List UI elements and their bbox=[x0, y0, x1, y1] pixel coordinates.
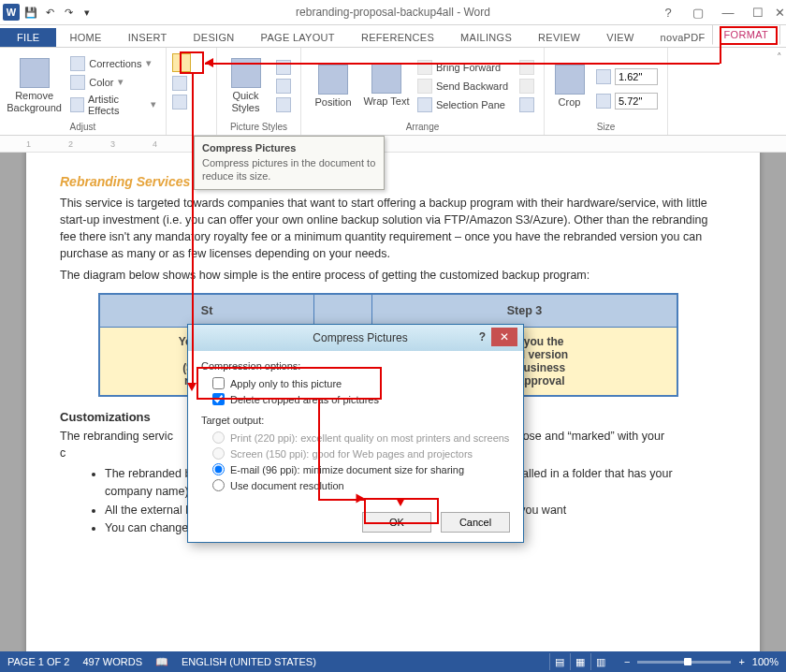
doc-para-2: The diagram below shows how simple is th… bbox=[60, 267, 717, 284]
zoom-in-icon[interactable]: + bbox=[738, 656, 744, 667]
layout-icon bbox=[276, 97, 291, 112]
dialog-compress-pictures: Compress Pictures ? ✕ Compression option… bbox=[187, 324, 524, 543]
radio-screen: Screen (150 ppi): good for Web pages and… bbox=[201, 446, 510, 461]
status-proofing-icon[interactable]: 📖 bbox=[155, 656, 168, 668]
width-input[interactable] bbox=[615, 93, 658, 110]
dialog-titlebar[interactable]: Compress Pictures ? ✕ bbox=[188, 325, 523, 351]
titlebar: W 💾 ↶ ↷ ▾ rebranding-proposal-backup4all… bbox=[0, 0, 786, 25]
ribbon-tabs: FILE HOME INSERT DESIGN PAGE LAYOUT REFE… bbox=[0, 25, 786, 48]
picture-effects-button[interactable] bbox=[272, 78, 295, 95]
view-web-icon[interactable]: ▥ bbox=[590, 653, 611, 670]
radio-print: Print (220 ppi): excellent quality on mo… bbox=[201, 430, 510, 446]
minimize-icon[interactable]: — bbox=[713, 0, 743, 25]
bring-forward-button: Bring Forward bbox=[414, 59, 512, 76]
checkbox-apply-only[interactable]: Apply only to this picture bbox=[201, 375, 510, 391]
wrap-text-button[interactable]: Wrap Text bbox=[363, 51, 410, 120]
tab-page-layout[interactable]: PAGE LAYOUT bbox=[248, 28, 348, 47]
tooltip-compress-pictures: Compress Pictures Compress pictures in t… bbox=[194, 136, 385, 190]
height-input[interactable] bbox=[615, 68, 658, 85]
view-print-icon[interactable]: ▦ bbox=[570, 653, 590, 670]
group-adjust-label: Adjust bbox=[6, 120, 160, 133]
effects-icon bbox=[276, 79, 291, 94]
qat-customize-icon[interactable]: ▾ bbox=[78, 3, 96, 22]
compress-pictures-button[interactable] bbox=[172, 53, 191, 72]
ribbon-display-icon[interactable]: ▢ bbox=[683, 0, 713, 25]
tooltip-body: Compress pictures in the document to red… bbox=[202, 156, 376, 183]
doc-heading-1: Rebranding Services bbox=[60, 174, 717, 189]
dialog-help-icon[interactable]: ? bbox=[479, 330, 486, 343]
radio-email[interactable]: E-mail (96 ppi): minimize document size … bbox=[201, 461, 510, 477]
status-words[interactable]: 497 WORDS bbox=[82, 656, 142, 667]
height-icon bbox=[596, 69, 611, 84]
rotate-button[interactable] bbox=[516, 96, 538, 113]
align-button bbox=[516, 59, 538, 76]
tab-home[interactable]: HOME bbox=[56, 28, 114, 47]
tab-review[interactable]: REVIEW bbox=[525, 28, 593, 47]
position-button[interactable]: Position bbox=[307, 51, 359, 120]
tab-insert[interactable]: INSERT bbox=[115, 28, 181, 47]
artistic-effects-button[interactable]: Artistic Effects▾ bbox=[66, 93, 160, 117]
width-field-row bbox=[592, 92, 662, 110]
window-close-icon[interactable]: ✕ bbox=[773, 0, 786, 25]
tab-mailings[interactable]: MAILINGS bbox=[447, 28, 525, 47]
tooltip-title: Compress Pictures bbox=[202, 142, 376, 153]
help-icon[interactable]: ? bbox=[653, 0, 683, 25]
color-icon bbox=[70, 75, 85, 90]
dialog-close-icon[interactable]: ✕ bbox=[491, 328, 517, 346]
wrap-icon bbox=[371, 64, 401, 94]
crop-button[interactable]: Crop bbox=[550, 51, 589, 120]
maximize-icon[interactable]: ☐ bbox=[743, 0, 773, 25]
send-backward-icon bbox=[417, 79, 432, 94]
group-arrange-label: Arrange bbox=[307, 120, 538, 133]
group-size-label: Size bbox=[550, 120, 662, 133]
change-picture-button[interactable] bbox=[172, 76, 187, 91]
quick-styles-button[interactable]: Quick Styles bbox=[223, 51, 269, 120]
checkbox-delete-cropped[interactable]: Delete cropped areas of pictures bbox=[201, 391, 510, 407]
compression-options-label: Compression options: bbox=[201, 360, 510, 372]
qat-redo-icon[interactable]: ↷ bbox=[59, 3, 78, 22]
zoom-level[interactable]: 100% bbox=[752, 656, 779, 667]
view-read-icon[interactable]: ▤ bbox=[549, 653, 570, 670]
word-icon: W bbox=[3, 4, 20, 21]
collapse-ribbon-icon[interactable]: ˄ bbox=[777, 51, 782, 64]
position-icon bbox=[318, 65, 348, 95]
zoom-slider[interactable] bbox=[637, 661, 731, 664]
dialog-title: Compress Pictures bbox=[197, 331, 523, 344]
statusbar: PAGE 1 OF 2 497 WORDS 📖 ENGLISH (UNITED … bbox=[0, 651, 786, 672]
status-page[interactable]: PAGE 1 OF 2 bbox=[7, 656, 69, 667]
width-icon bbox=[596, 94, 611, 109]
ok-button[interactable]: OK bbox=[362, 512, 431, 533]
tab-file[interactable]: FILE bbox=[0, 28, 56, 47]
ribbon: Remove Background Corrections▾ Color▾ Ar… bbox=[0, 48, 786, 136]
reset-picture-button[interactable] bbox=[172, 95, 187, 110]
group-picture-styles-label: Picture Styles bbox=[223, 120, 295, 133]
tab-novapdf[interactable]: novaPDF bbox=[648, 28, 719, 47]
crop-icon bbox=[555, 65, 585, 95]
height-field-row bbox=[592, 67, 662, 86]
radio-document-resolution[interactable]: Use document resolution bbox=[201, 477, 510, 493]
border-icon bbox=[276, 60, 291, 75]
selection-pane-button[interactable]: Selection Pane bbox=[414, 96, 512, 113]
remove-background-button[interactable]: Remove Background bbox=[6, 51, 63, 120]
qat-save-icon[interactable]: 💾 bbox=[22, 3, 40, 22]
color-button[interactable]: Color▾ bbox=[66, 74, 160, 91]
picture-layout-button[interactable] bbox=[272, 96, 295, 113]
tab-references[interactable]: REFERENCES bbox=[348, 28, 447, 47]
status-language[interactable]: ENGLISH (UNITED STATES) bbox=[182, 656, 316, 667]
corrections-button[interactable]: Corrections▾ bbox=[66, 55, 160, 72]
selection-pane-icon bbox=[417, 97, 432, 112]
align-icon bbox=[519, 60, 534, 75]
ruler[interactable]: 1234567 bbox=[0, 136, 786, 153]
zoom-out-icon[interactable]: − bbox=[624, 656, 630, 667]
qat-undo-icon[interactable]: ↶ bbox=[40, 3, 59, 22]
artistic-icon bbox=[70, 97, 84, 112]
corrections-icon bbox=[70, 56, 85, 71]
tab-format[interactable]: FORMAT bbox=[712, 24, 780, 45]
cancel-button[interactable]: Cancel bbox=[441, 512, 510, 533]
target-output-label: Target output: bbox=[201, 415, 510, 426]
picture-border-button[interactable] bbox=[272, 59, 295, 76]
tab-view[interactable]: VIEW bbox=[593, 28, 647, 47]
send-backward-button: Send Backward bbox=[414, 78, 512, 95]
rotate-icon bbox=[519, 97, 534, 112]
tab-design[interactable]: DESIGN bbox=[181, 28, 248, 47]
